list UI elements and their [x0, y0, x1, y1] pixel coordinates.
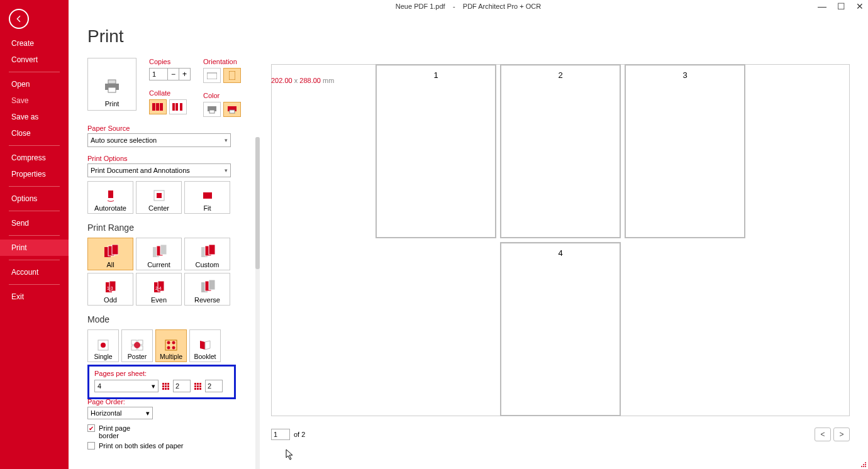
sidebar-item-save[interactable]: Save: [0, 92, 69, 109]
collate-label: Collate: [149, 89, 191, 97]
mode-booklet[interactable]: Booklet: [189, 329, 221, 362]
collate-ungrouped[interactable]: [169, 99, 187, 114]
svg-point-50: [863, 464, 864, 465]
svg-rect-6: [172, 103, 175, 111]
color-bw[interactable]: [203, 102, 221, 117]
close-button[interactable]: ✕: [855, 1, 864, 11]
collate-grouped[interactable]: [149, 99, 167, 114]
pps-select[interactable]: 4▾: [94, 380, 159, 392]
mode-single[interactable]: Single: [87, 329, 119, 362]
duplex-checkbox[interactable]: [87, 442, 95, 450]
svg-point-53: [863, 466, 864, 467]
minimize-button[interactable]: —: [818, 1, 826, 11]
sidebar-item-open[interactable]: Open: [0, 76, 69, 92]
sidebar-item-close[interactable]: Close: [0, 125, 69, 141]
range-reverse[interactable]: Reverse: [184, 273, 230, 306]
doc-title: Neue PDF 1.pdf: [396, 3, 445, 10]
print-preview: 1 2 3 4: [271, 64, 850, 416]
app-title: PDF Architect Pro + OCR: [463, 3, 541, 10]
sidebar-item-options[interactable]: Options: [0, 190, 69, 207]
chevron-down-icon: ▾: [152, 382, 155, 390]
pages-custom-icon: [200, 245, 215, 258]
duplex-label: Print on both sides of paper: [99, 442, 184, 450]
page-dimensions: 202.00 x 288.00 mm: [271, 77, 334, 84]
orientation-label: Orientation: [203, 58, 241, 65]
svg-rect-10: [229, 71, 235, 80]
grid-rows-icon: [194, 383, 201, 390]
sidebar-item-properties[interactable]: Properties: [0, 166, 69, 182]
current-page-input[interactable]: [271, 429, 290, 440]
svg-point-54: [865, 466, 866, 467]
range-even[interactable]: 2·4 Even: [136, 273, 182, 306]
maximize-button[interactable]: ☐: [837, 1, 845, 11]
pages-odd-icon: 1·3: [103, 280, 118, 294]
sidebar-item-convert[interactable]: Convert: [0, 52, 69, 68]
paper-source-select[interactable]: Auto source selection▾: [87, 133, 231, 147]
chevron-down-icon: ▾: [225, 137, 228, 143]
print-options-select[interactable]: Print Document and Annotations▾: [87, 163, 231, 177]
paper-source-label: Paper Source: [87, 124, 251, 132]
pps-label: Pages per sheet:: [94, 370, 229, 377]
range-odd[interactable]: 1·3 Odd: [87, 273, 133, 306]
prev-page-button[interactable]: <: [815, 428, 831, 441]
print-button[interactable]: Print: [87, 58, 136, 111]
mode-poster[interactable]: Poster: [121, 329, 153, 362]
resize-grip-icon: [860, 461, 867, 468]
copies-minus[interactable]: −: [168, 68, 179, 80]
orientation-landscape[interactable]: [203, 68, 221, 83]
svg-rect-17: [157, 193, 162, 198]
sidebar: Create Convert Open Save Save as Close C…: [0, 0, 69, 469]
svg-rect-18: [203, 192, 212, 199]
copies-plus[interactable]: +: [179, 68, 191, 80]
svg-rect-5: [160, 103, 163, 111]
print-options-label: Print Options: [87, 155, 251, 162]
range-custom[interactable]: Custom: [184, 238, 230, 270]
svg-rect-8: [180, 103, 182, 111]
copies-label: Copies: [149, 58, 191, 65]
mode-multiple[interactable]: Multiple: [155, 329, 187, 362]
color-color[interactable]: [223, 102, 241, 117]
sidebar-item-account[interactable]: Account: [0, 264, 69, 280]
page-order-label: Page Order:: [87, 398, 251, 406]
center-icon: [153, 189, 165, 202]
svg-text:2·4: 2·4: [155, 286, 162, 290]
back-button[interactable]: [9, 9, 29, 29]
svg-rect-4: [156, 103, 159, 111]
svg-point-47: [167, 346, 170, 350]
autorotate-button[interactable]: Autorotate: [87, 181, 133, 214]
page-order-select[interactable]: Horizontal▾: [87, 407, 153, 419]
pages-even-icon: 2·4: [152, 280, 167, 294]
chevron-down-icon: ▾: [146, 409, 150, 417]
svg-point-48: [172, 346, 175, 350]
pages-per-sheet-highlight: Pages per sheet: 4▾: [87, 365, 236, 399]
pps-rows-input[interactable]: [205, 380, 223, 392]
copies-input[interactable]: [149, 68, 168, 80]
range-all[interactable]: All: [87, 238, 133, 270]
svg-rect-36: [209, 280, 215, 290]
pages-all-icon: [103, 245, 118, 258]
next-page-button[interactable]: >: [833, 428, 850, 441]
sidebar-item-print[interactable]: Print: [0, 240, 69, 256]
sidebar-item-send[interactable]: Send: [0, 215, 69, 231]
center-button[interactable]: Center: [136, 181, 182, 214]
svg-point-43: [134, 342, 140, 348]
print-border-label: Print page border: [99, 424, 136, 439]
fit-button[interactable]: Fit: [184, 181, 230, 214]
sidebar-item-exit[interactable]: Exit: [0, 289, 69, 305]
sidebar-item-saveas[interactable]: Save as: [0, 109, 69, 125]
poster-icon: [131, 339, 143, 351]
svg-point-46: [172, 341, 175, 345]
svg-rect-7: [175, 103, 178, 111]
pps-cols-input[interactable]: [173, 380, 191, 392]
orientation-portrait[interactable]: [223, 68, 241, 83]
svg-point-38: [101, 343, 106, 348]
svg-rect-15: [108, 190, 113, 198]
page-count: of 2: [294, 431, 305, 438]
sidebar-item-compress[interactable]: Compress: [0, 150, 69, 166]
pages-current-icon: [152, 245, 167, 258]
titlebar: Neue PDF 1.pdf - PDF Architect Pro + OCR…: [69, 0, 868, 14]
autorotate-icon: [105, 189, 116, 202]
print-border-checkbox[interactable]: ✔: [87, 424, 95, 432]
sidebar-item-create[interactable]: Create: [0, 35, 69, 52]
range-current[interactable]: Current: [136, 238, 182, 270]
